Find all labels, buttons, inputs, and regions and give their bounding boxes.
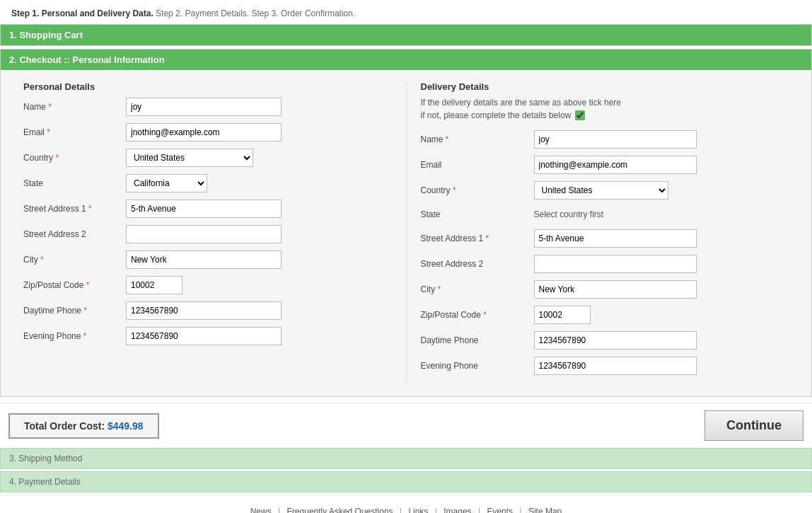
delivery-note2: if not, please complete the details belo… <box>421 110 572 120</box>
delivery-daytime-input[interactable] <box>534 331 697 350</box>
delivery-city-row: City * <box>421 280 789 299</box>
personal-email-label: Email * <box>23 127 126 137</box>
personal-street1-input[interactable] <box>126 200 282 218</box>
personal-state-select[interactable]: California New York Texas Florida <box>126 174 207 192</box>
delivery-email-row: Email <box>421 156 789 174</box>
page-footer: News | Frequently Asked Questions | Link… <box>0 495 812 513</box>
continue-button[interactable]: Continue <box>704 410 804 441</box>
personal-name-input[interactable] <box>126 98 282 116</box>
personal-evening-row: Evening Phone * <box>23 327 392 345</box>
personal-daytime-input[interactable] <box>126 301 282 320</box>
personal-street1-row: Street Address 1 * <box>23 200 392 218</box>
delivery-street1-input[interactable] <box>534 229 697 248</box>
delivery-daytime-row: Daytime Phone <box>421 331 789 350</box>
personal-name-label: Name * <box>23 102 126 112</box>
delivery-daytime-label: Daytime Phone <box>421 335 534 345</box>
delivery-same-checkbox[interactable] <box>575 110 585 120</box>
steps-header: Step 1. Personal and Delivery Data. Step… <box>0 0 812 24</box>
personal-title: Personal Details <box>23 81 392 92</box>
delivery-name-label: Name * <box>421 134 534 144</box>
footer-events[interactable]: Events <box>487 507 513 513</box>
delivery-evening-input[interactable] <box>534 357 697 375</box>
personal-evening-label: Evening Phone * <box>23 331 126 341</box>
delivery-zip-label: Zip/Postal Code * <box>421 310 534 320</box>
delivery-country-row: Country * United States Canada United Ki… <box>421 181 789 200</box>
step2-label: Step 2. Payment Details. <box>156 8 249 18</box>
delivery-email-label: Email <box>421 160 534 170</box>
checkout-body: Personal Details Name * Email * Country <box>1 70 811 396</box>
footer-news[interactable]: News <box>250 507 272 513</box>
shopping-cart-header: 1. Shopping Cart <box>1 25 811 45</box>
step3-label: Step 3. Order Confirmation. <box>252 8 356 18</box>
payment-section: 4. Payment Details <box>0 471 812 492</box>
delivery-evening-label: Evening Phone <box>421 361 534 371</box>
delivery-city-label: City * <box>421 284 534 294</box>
delivery-street1-row: Street Address 1 * <box>421 229 789 248</box>
personal-daytime-row: Daytime Phone * <box>23 301 392 320</box>
delivery-email-input[interactable] <box>534 156 697 174</box>
personal-email-input[interactable] <box>126 123 282 142</box>
delivery-state-text: Select country first <box>534 207 604 222</box>
total-price: $449.98 <box>108 420 144 432</box>
delivery-name-row: Name * <box>421 130 789 149</box>
delivery-country-label: Country * <box>421 185 534 195</box>
personal-state-label: State <box>23 178 126 188</box>
delivery-note1: If the delivery details are the same as … <box>421 98 789 108</box>
personal-city-row: City * <box>23 250 392 269</box>
personal-city-label: City * <box>23 255 126 265</box>
delivery-details-col: Delivery Details If the delivery details… <box>407 81 804 382</box>
shopping-cart-section: 1. Shopping Cart <box>0 24 812 46</box>
total-label: Total Order Cost: <box>24 420 105 432</box>
personal-state-row: State California New York Texas Florida <box>23 174 392 192</box>
personal-daytime-label: Daytime Phone * <box>23 306 126 316</box>
delivery-country-select[interactable]: United States Canada United Kingdom <box>534 181 668 200</box>
footer-images[interactable]: Images <box>443 507 471 513</box>
personal-country-select[interactable]: United States Canada United Kingdom <box>126 149 253 167</box>
delivery-city-input[interactable] <box>534 280 697 299</box>
delivery-zip-input[interactable] <box>534 306 591 324</box>
checkout-section: 2. Checkout :: Personal Information Pers… <box>0 49 812 397</box>
personal-email-row: Email * <box>23 123 392 142</box>
personal-street1-label: Street Address 1 * <box>23 204 126 214</box>
personal-zip-row: Zip/Postal Code * <box>23 276 392 294</box>
footer-links[interactable]: Links <box>408 507 428 513</box>
total-box: Total Order Cost: $449.98 <box>8 413 159 439</box>
personal-name-row: Name * <box>23 98 392 116</box>
delivery-checkbox-row: if not, please complete the details belo… <box>421 110 789 120</box>
checkout-header: 2. Checkout :: Personal Information <box>1 50 811 70</box>
shipping-section: 3. Shipping Method <box>0 448 812 469</box>
step1-label: Step 1. Personal and Delivery Data. <box>11 8 153 18</box>
personal-country-row: Country * United States Canada United Ki… <box>23 149 392 167</box>
personal-zip-label: Zip/Postal Code * <box>23 280 126 290</box>
personal-details-col: Personal Details Name * Email * Country <box>9 81 407 382</box>
personal-country-label: Country * <box>23 153 126 163</box>
footer-faq[interactable]: Frequently Asked Questions <box>287 507 393 513</box>
footer-sitemap[interactable]: Site Map <box>528 507 562 513</box>
delivery-street1-label: Street Address 1 * <box>421 234 534 243</box>
personal-zip-input[interactable] <box>126 276 182 294</box>
personal-street2-input[interactable] <box>126 225 282 243</box>
personal-evening-input[interactable] <box>126 327 282 345</box>
personal-street2-row: Street Address 2 <box>23 225 392 243</box>
personal-street2-label: Street Address 2 <box>23 229 126 239</box>
delivery-street2-input[interactable] <box>534 255 697 273</box>
delivery-zip-row: Zip/Postal Code * <box>421 306 789 324</box>
personal-city-input[interactable] <box>126 250 282 269</box>
delivery-title: Delivery Details <box>421 81 789 92</box>
delivery-name-input[interactable] <box>534 130 697 149</box>
delivery-evening-row: Evening Phone <box>421 357 789 375</box>
bottom-bar: Total Order Cost: $449.98 Continue <box>0 403 812 448</box>
delivery-street2-row: Street Address 2 <box>421 255 789 273</box>
delivery-street2-label: Street Address 2 <box>421 259 534 269</box>
delivery-state-label: State <box>421 209 534 219</box>
delivery-state-row: State Select country first <box>421 207 789 222</box>
